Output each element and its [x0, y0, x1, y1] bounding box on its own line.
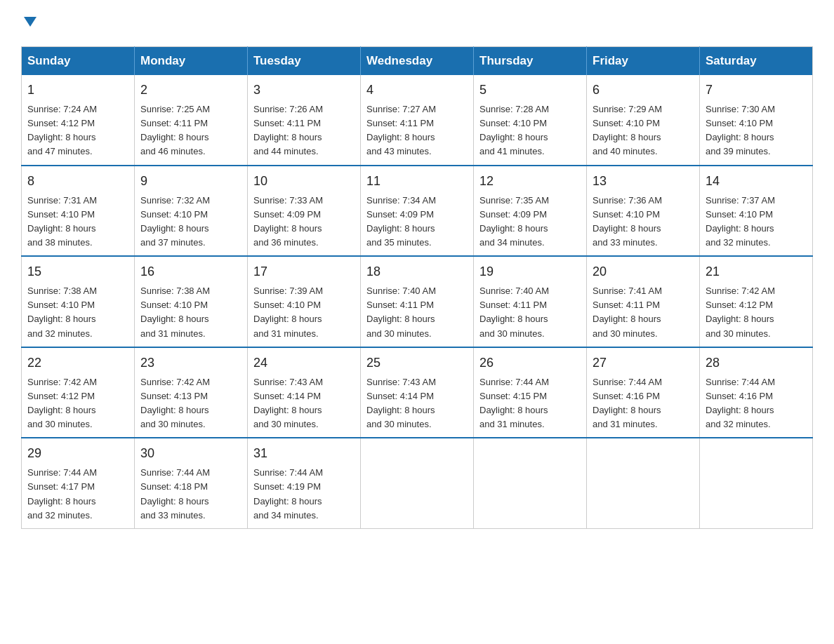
header-wednesday: Wednesday	[361, 47, 474, 76]
day-number: 31	[253, 444, 355, 463]
calendar-table: Sunday Monday Tuesday Wednesday Thursday…	[21, 46, 813, 529]
table-row: 5Sunrise: 7:28 AMSunset: 4:10 PMDaylight…	[474, 75, 587, 166]
table-row: 15Sunrise: 7:38 AMSunset: 4:10 PMDayligh…	[22, 256, 135, 347]
day-info: Sunrise: 7:40 AMSunset: 4:11 PMDaylight:…	[366, 286, 436, 338]
svg-marker-0	[24, 17, 37, 27]
day-number: 14	[706, 172, 807, 191]
day-number: 24	[253, 354, 355, 373]
table-row: 3Sunrise: 7:26 AMSunset: 4:11 PMDaylight…	[248, 75, 361, 166]
day-number: 11	[366, 172, 468, 191]
day-info: Sunrise: 7:44 AMSunset: 4:15 PMDaylight:…	[479, 377, 549, 429]
day-number: 23	[140, 354, 241, 373]
table-row: 27Sunrise: 7:44 AMSunset: 4:16 PMDayligh…	[587, 347, 700, 438]
day-info: Sunrise: 7:34 AMSunset: 4:09 PMDaylight:…	[366, 195, 436, 248]
logo-arrow-icon	[22, 14, 38, 29]
header-thursday: Thursday	[474, 47, 587, 76]
table-row: 18Sunrise: 7:40 AMSunset: 4:11 PMDayligh…	[361, 256, 474, 347]
day-info: Sunrise: 7:29 AMSunset: 4:10 PMDaylight:…	[593, 104, 662, 156]
header-saturday: Saturday	[700, 47, 813, 76]
day-info: Sunrise: 7:35 AMSunset: 4:09 PMDaylight:…	[479, 195, 549, 248]
day-info: Sunrise: 7:44 AMSunset: 4:16 PMDaylight:…	[593, 377, 662, 429]
day-info: Sunrise: 7:33 AMSunset: 4:09 PMDaylight:…	[253, 195, 323, 248]
day-info: Sunrise: 7:42 AMSunset: 4:12 PMDaylight:…	[27, 377, 97, 429]
table-row: 13Sunrise: 7:36 AMSunset: 4:10 PMDayligh…	[587, 166, 700, 257]
day-number: 5	[479, 81, 581, 100]
table-row: 21Sunrise: 7:42 AMSunset: 4:12 PMDayligh…	[700, 256, 813, 347]
table-row: 4Sunrise: 7:27 AMSunset: 4:11 PMDaylight…	[361, 75, 474, 166]
day-info: Sunrise: 7:42 AMSunset: 4:13 PMDaylight:…	[140, 377, 210, 429]
day-number: 10	[253, 172, 355, 191]
table-row	[587, 438, 700, 528]
header-friday: Friday	[587, 47, 700, 76]
day-number: 7	[706, 81, 807, 100]
day-info: Sunrise: 7:28 AMSunset: 4:10 PMDaylight:…	[479, 104, 549, 156]
day-info: Sunrise: 7:31 AMSunset: 4:10 PMDaylight:…	[27, 195, 97, 248]
table-row: 10Sunrise: 7:33 AMSunset: 4:09 PMDayligh…	[248, 166, 361, 257]
calendar-week-row: 29Sunrise: 7:44 AMSunset: 4:17 PMDayligh…	[22, 438, 813, 528]
table-row: 7Sunrise: 7:30 AMSunset: 4:10 PMDaylight…	[700, 75, 813, 166]
day-number: 17	[253, 262, 355, 281]
day-info: Sunrise: 7:44 AMSunset: 4:16 PMDaylight:…	[706, 377, 775, 429]
header-monday: Monday	[135, 47, 248, 76]
day-number: 15	[27, 262, 128, 281]
day-number: 8	[27, 172, 128, 191]
table-row: 26Sunrise: 7:44 AMSunset: 4:15 PMDayligh…	[474, 347, 587, 438]
table-row: 22Sunrise: 7:42 AMSunset: 4:12 PMDayligh…	[22, 347, 135, 438]
day-info: Sunrise: 7:44 AMSunset: 4:17 PMDaylight:…	[27, 467, 97, 520]
calendar-week-row: 8Sunrise: 7:31 AMSunset: 4:10 PMDaylight…	[22, 166, 813, 257]
table-row: 29Sunrise: 7:44 AMSunset: 4:17 PMDayligh…	[22, 438, 135, 528]
calendar-week-row: 15Sunrise: 7:38 AMSunset: 4:10 PMDayligh…	[22, 256, 813, 347]
day-info: Sunrise: 7:26 AMSunset: 4:11 PMDaylight:…	[253, 104, 323, 156]
day-info: Sunrise: 7:41 AMSunset: 4:11 PMDaylight:…	[593, 286, 662, 338]
table-row	[700, 438, 813, 528]
day-info: Sunrise: 7:44 AMSunset: 4:18 PMDaylight:…	[140, 467, 210, 520]
day-number: 18	[366, 262, 468, 281]
header-sunday: Sunday	[22, 47, 135, 76]
logo	[21, 14, 38, 32]
table-row: 20Sunrise: 7:41 AMSunset: 4:11 PMDayligh…	[587, 256, 700, 347]
day-info: Sunrise: 7:36 AMSunset: 4:10 PMDaylight:…	[593, 195, 662, 248]
day-info: Sunrise: 7:43 AMSunset: 4:14 PMDaylight:…	[366, 377, 436, 429]
day-number: 13	[593, 172, 694, 191]
table-row: 16Sunrise: 7:38 AMSunset: 4:10 PMDayligh…	[135, 256, 248, 347]
day-number: 3	[253, 81, 355, 100]
table-row: 25Sunrise: 7:43 AMSunset: 4:14 PMDayligh…	[361, 347, 474, 438]
page-header	[21, 14, 813, 32]
day-info: Sunrise: 7:25 AMSunset: 4:11 PMDaylight:…	[140, 104, 210, 156]
day-number: 1	[27, 81, 128, 100]
day-number: 27	[593, 354, 694, 373]
table-row: 31Sunrise: 7:44 AMSunset: 4:19 PMDayligh…	[248, 438, 361, 528]
day-number: 9	[140, 172, 241, 191]
day-number: 4	[366, 81, 468, 100]
day-number: 16	[140, 262, 241, 281]
table-row: 19Sunrise: 7:40 AMSunset: 4:11 PMDayligh…	[474, 256, 587, 347]
day-number: 2	[140, 81, 241, 100]
table-row	[361, 438, 474, 528]
day-info: Sunrise: 7:27 AMSunset: 4:11 PMDaylight:…	[366, 104, 436, 156]
day-number: 20	[593, 262, 694, 281]
table-row: 2Sunrise: 7:25 AMSunset: 4:11 PMDaylight…	[135, 75, 248, 166]
table-row: 23Sunrise: 7:42 AMSunset: 4:13 PMDayligh…	[135, 347, 248, 438]
table-row: 14Sunrise: 7:37 AMSunset: 4:10 PMDayligh…	[700, 166, 813, 257]
day-number: 19	[479, 262, 581, 281]
table-row: 30Sunrise: 7:44 AMSunset: 4:18 PMDayligh…	[135, 438, 248, 528]
day-number: 28	[706, 354, 807, 373]
calendar-week-row: 1Sunrise: 7:24 AMSunset: 4:12 PMDaylight…	[22, 75, 813, 166]
day-number: 22	[27, 354, 128, 373]
day-number: 30	[140, 444, 241, 463]
day-number: 29	[27, 444, 128, 463]
day-number: 25	[366, 354, 468, 373]
day-info: Sunrise: 7:24 AMSunset: 4:12 PMDaylight:…	[27, 104, 97, 156]
day-info: Sunrise: 7:38 AMSunset: 4:10 PMDaylight:…	[27, 286, 97, 338]
calendar-week-row: 22Sunrise: 7:42 AMSunset: 4:12 PMDayligh…	[22, 347, 813, 438]
day-info: Sunrise: 7:38 AMSunset: 4:10 PMDaylight:…	[140, 286, 210, 338]
table-row: 28Sunrise: 7:44 AMSunset: 4:16 PMDayligh…	[700, 347, 813, 438]
table-row: 17Sunrise: 7:39 AMSunset: 4:10 PMDayligh…	[248, 256, 361, 347]
day-info: Sunrise: 7:42 AMSunset: 4:12 PMDaylight:…	[706, 286, 775, 338]
day-info: Sunrise: 7:43 AMSunset: 4:14 PMDaylight:…	[253, 377, 323, 429]
table-row: 11Sunrise: 7:34 AMSunset: 4:09 PMDayligh…	[361, 166, 474, 257]
day-number: 21	[706, 262, 807, 281]
table-row: 8Sunrise: 7:31 AMSunset: 4:10 PMDaylight…	[22, 166, 135, 257]
day-info: Sunrise: 7:32 AMSunset: 4:10 PMDaylight:…	[140, 195, 210, 248]
table-row: 1Sunrise: 7:24 AMSunset: 4:12 PMDaylight…	[22, 75, 135, 166]
